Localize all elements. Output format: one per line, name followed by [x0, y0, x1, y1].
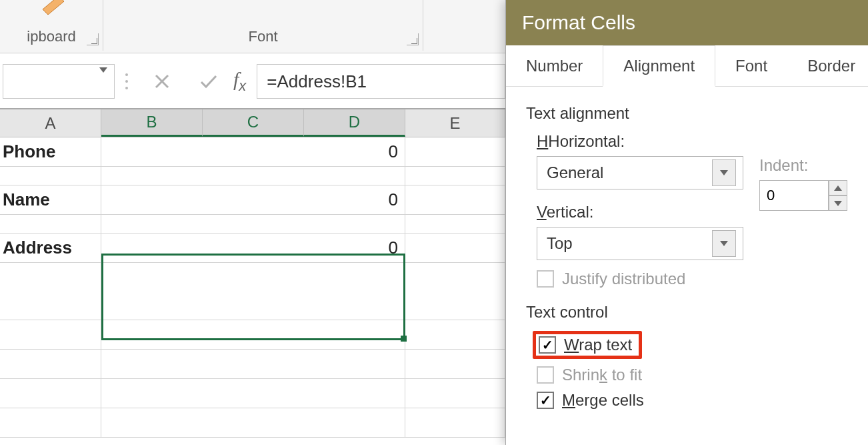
grid-row [0, 350, 505, 379]
cell-value[interactable]: 0 [101, 137, 405, 167]
column-header[interactable]: A [0, 109, 101, 137]
ribbon-group-font: Font [103, 0, 423, 51]
formula-bar-grip[interactable] [120, 73, 133, 89]
cell-empty[interactable] [405, 185, 505, 215]
checkbox-shrink-to-fit: Shrink to fit [537, 366, 848, 384]
dropdown-value: General [547, 163, 603, 182]
ribbon-fragment: ipboard Font [0, 0, 505, 53]
dropdown-horizontal[interactable]: General [537, 156, 743, 189]
grid-row: Name 0 [0, 185, 505, 215]
checkbox-justify-distributed: Justify distributed [537, 270, 848, 288]
cell-empty[interactable] [405, 234, 505, 263]
section-text-alignment: Text alignment [526, 104, 848, 123]
ribbon-group-label: ipboard [27, 28, 75, 51]
spin-down-button[interactable] [829, 195, 847, 211]
checkbox-label: Shrink to fit [562, 366, 642, 384]
cell-empty[interactable] [101, 408, 405, 438]
column-header[interactable]: E [405, 109, 505, 137]
cell-empty[interactable] [101, 379, 405, 408]
cell-empty[interactable] [0, 379, 101, 408]
cell-value[interactable]: 0 [101, 185, 405, 215]
cell-empty[interactable] [101, 350, 405, 379]
label-indent: Indent: [759, 156, 847, 175]
panel-title: Format Cells [506, 0, 868, 45]
fx-icon[interactable]: fx [233, 68, 246, 95]
column-header[interactable]: B [101, 109, 203, 137]
checkbox-label: Wrap text [564, 336, 632, 354]
ribbon-group-label: Font [248, 28, 277, 51]
formula-controls: fx [139, 64, 251, 99]
column-headers: A B C D E [0, 109, 505, 137]
label-horizontal: HHorizontal: [537, 132, 743, 151]
grid-row [0, 263, 505, 320]
chevron-down-icon [712, 230, 736, 257]
highlight-wrap-text: Wrap text [533, 331, 642, 359]
indent-input[interactable] [759, 180, 829, 211]
cell-label[interactable]: Phone [0, 137, 101, 167]
cell-empty[interactable] [101, 320, 405, 350]
cell-empty[interactable] [101, 215, 405, 234]
cell-empty[interactable] [101, 263, 405, 320]
cell-empty[interactable] [405, 408, 505, 438]
checkbox-merge-cells[interactable]: Merge cells [537, 391, 848, 410]
grid-row: Phone 0 [0, 137, 505, 167]
grid-row [0, 408, 505, 438]
dropdown-vertical[interactable]: Top [537, 227, 743, 260]
format-cells-panel: Format Cells Number Alignment Font Borde… [505, 0, 868, 445]
cell-empty[interactable] [405, 379, 505, 408]
tab-number[interactable]: Number [506, 45, 603, 86]
label-vertical: Vertical: [537, 203, 743, 221]
cell-empty[interactable] [405, 215, 505, 234]
cell-empty[interactable] [405, 137, 505, 167]
spin-up-button[interactable] [829, 180, 847, 195]
formula-bar: fx =Address!B1 [0, 61, 505, 101]
chevron-down-icon [712, 159, 736, 186]
grid-row: Address 0 [0, 234, 505, 263]
cell-empty[interactable] [405, 350, 505, 379]
cell-empty[interactable] [0, 263, 101, 320]
dropdown-value: Top [547, 234, 573, 253]
cell-empty[interactable] [405, 167, 505, 185]
dialog-launcher-icon[interactable] [407, 33, 419, 45]
name-box[interactable] [3, 64, 115, 99]
grid-row [0, 320, 505, 350]
dialog-launcher-icon[interactable] [87, 33, 99, 45]
cell-empty[interactable] [405, 263, 505, 320]
cell-empty[interactable] [0, 320, 101, 350]
checkbox-icon[interactable] [537, 392, 554, 409]
cell-empty[interactable] [101, 167, 405, 185]
grid-row [0, 167, 505, 185]
cell-empty[interactable] [0, 167, 101, 185]
tab-alignment[interactable]: Alignment [603, 45, 715, 87]
panel-body: Text alignment HHorizontal: General Vert… [506, 87, 868, 410]
grid-rows: Phone 0 Name 0 Address 0 [0, 137, 505, 438]
checkbox-wrap-text[interactable] [539, 336, 556, 354]
spreadsheet-grid[interactable]: A B C D E Phone 0 Name 0 Address 0 [0, 108, 505, 445]
checkbox-label: Merge cells [562, 391, 644, 410]
cell-empty[interactable] [405, 320, 505, 350]
chevron-down-icon [99, 67, 107, 89]
panel-tabs: Number Alignment Font Border [506, 45, 868, 87]
grid-row [0, 215, 505, 234]
cell-empty[interactable] [0, 350, 101, 379]
ribbon-group-clipboard: ipboard [0, 0, 103, 51]
formula-text: =Address!B1 [267, 71, 367, 92]
grid-row [0, 379, 505, 408]
enter-formula-button[interactable] [185, 64, 232, 99]
column-header[interactable]: D [304, 109, 405, 137]
cell-empty[interactable] [0, 215, 101, 234]
checkbox-label: Justify distributed [562, 270, 685, 288]
cell-label[interactable]: Name [0, 185, 101, 215]
cell-label[interactable]: Address [0, 234, 101, 263]
indent-stepper[interactable] [759, 180, 847, 211]
cell-value[interactable]: 0 [101, 234, 405, 263]
section-text-control: Text control [526, 303, 848, 322]
tab-font[interactable]: Font [715, 45, 787, 86]
column-header[interactable]: C [203, 109, 304, 137]
checkbox-icon [537, 270, 554, 288]
checkbox-icon [537, 366, 554, 384]
cancel-formula-button[interactable] [139, 64, 185, 99]
tab-border[interactable]: Border [787, 45, 868, 86]
cell-empty[interactable] [0, 408, 101, 438]
formula-input[interactable]: =Address!B1 [257, 64, 505, 99]
